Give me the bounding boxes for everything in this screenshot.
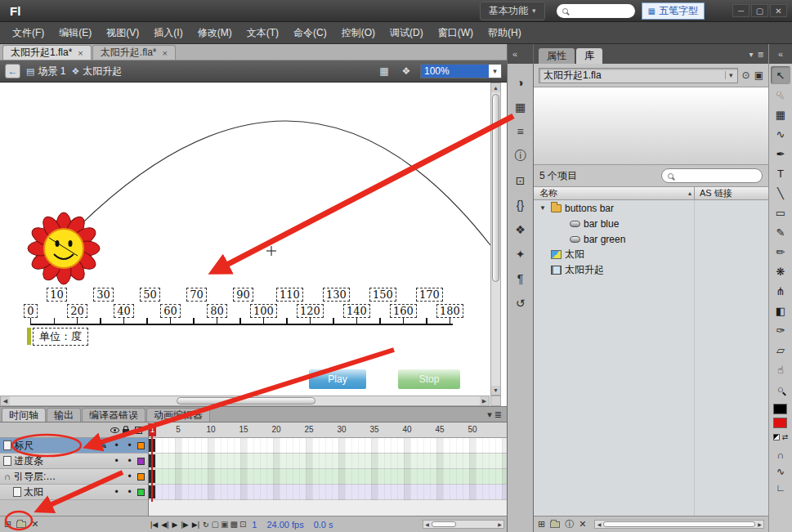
library-scroll-thumb[interactable]	[603, 521, 755, 527]
layer-visibility-dot[interactable]	[111, 471, 122, 482]
stage-vertical-scrollbar[interactable]: ▲ ▼	[490, 83, 501, 396]
components-panel-icon[interactable]: ❖	[510, 220, 531, 239]
layer-outline-color[interactable]	[137, 442, 145, 449]
horizontal-scroll-thumb[interactable]	[177, 397, 315, 405]
pen-tool[interactable]: ✒	[771, 145, 790, 163]
back-button[interactable]	[5, 64, 20, 78]
outline-all-icon[interactable]	[132, 427, 145, 434]
playhead[interactable]: 1	[149, 423, 156, 436]
brush-tool[interactable]: ✏	[771, 243, 790, 261]
edit-symbols-button[interactable]: ❖	[398, 64, 414, 78]
stage-canvas[interactable]: 1030507090110130150170 02040608010012014…	[0, 83, 507, 406]
panel-tab[interactable]: 库	[576, 48, 602, 64]
stage-stop-button[interactable]: Stop	[398, 369, 460, 389]
workspace-switcher-button[interactable]: 基本功能	[480, 2, 545, 20]
history-panel-icon[interactable]: ↺	[510, 293, 531, 313]
frame-panel[interactable]: 5101520253035404550 1	[149, 422, 507, 516]
expand-panels-icon[interactable]: «	[512, 49, 517, 59]
layer-visibility-dot[interactable]	[111, 440, 122, 451]
library-document-select[interactable]: 太阳升起1.fla	[539, 68, 738, 83]
timeline-scroll-thumb[interactable]	[432, 521, 456, 527]
step-forward-button[interactable]: |▶	[179, 521, 190, 529]
onion-skin-icon[interactable]: ▢	[211, 520, 220, 529]
menu-item[interactable]: 视图(V)	[99, 23, 146, 43]
swap-colors-icon[interactable]: ⇄	[782, 433, 789, 441]
scroll-left-icon[interactable]: ◀	[1, 396, 10, 405]
frame-ruler[interactable]: 5101520253035404550	[149, 422, 507, 438]
item-properties-button[interactable]: ⓘ	[565, 520, 574, 529]
layer-visibility-dot[interactable]	[111, 486, 122, 498]
menu-item[interactable]: 窗口(W)	[431, 23, 481, 43]
menu-item[interactable]: 文本(T)	[239, 23, 286, 43]
current-frame-value[interactable]: 1	[252, 520, 257, 530]
loop-button[interactable]: ↻	[201, 521, 211, 529]
lock-all-icon[interactable]	[120, 427, 132, 434]
timeline-tab[interactable]: 编译器错误	[82, 408, 145, 422]
layer-visibility-dot[interactable]	[111, 455, 122, 467]
layer-outline-color[interactable]	[137, 489, 145, 496]
go-to-first-frame-button[interactable]: |◀	[149, 521, 159, 529]
stage-play-button[interactable]: Play	[309, 369, 366, 389]
timeline-layer-row[interactable]: 引导层:…	[0, 469, 148, 485]
delete-layer-button[interactable]: ✕	[31, 520, 38, 529]
frame-rate-value[interactable]: 24.00 fps	[266, 520, 303, 530]
new-layer-button[interactable]: ⊞	[4, 520, 11, 529]
step-back-button[interactable]: ◀|	[159, 521, 170, 529]
hand-tool[interactable]: ☝	[771, 360, 790, 378]
library-item-row[interactable]: bar green	[534, 231, 768, 247]
scroll-down-icon[interactable]: ▼	[491, 386, 500, 395]
timeline-layer-row[interactable]: 太阳	[0, 485, 148, 500]
timeline-scrollbar[interactable]: ◀ ▶	[423, 520, 504, 529]
smooth-icon[interactable]: ∿	[776, 466, 785, 477]
onion-skin-outlines-icon[interactable]: ▣	[220, 520, 229, 529]
tab-close-icon[interactable]: ×	[78, 48, 83, 58]
bone-tool[interactable]: ⋔	[771, 282, 790, 300]
minimize-button[interactable]: ─	[732, 4, 749, 17]
document-tab[interactable]: 太阳升起1.fla* ×	[2, 45, 92, 60]
timeline-tab[interactable]: 输出	[47, 408, 81, 422]
motion-presets-panel-icon[interactable]: ✦	[510, 244, 531, 264]
zoom-value[interactable]: 100%	[421, 65, 489, 78]
collapse-tools-icon[interactable]: «	[778, 49, 783, 59]
straighten-icon[interactable]: ∟	[776, 482, 785, 494]
zoom-control[interactable]: 100%	[420, 64, 502, 78]
menu-item[interactable]: 帮助(H)	[481, 23, 529, 43]
timeline-layer-row[interactable]: 进度条	[0, 454, 148, 469]
timeline-tab[interactable]: 时间轴	[2, 408, 46, 422]
elapsed-time-value[interactable]: 0.0 s	[314, 520, 333, 530]
timeline-frame-row[interactable]	[149, 438, 507, 454]
paint-bucket-tool[interactable]: ◧	[771, 302, 790, 320]
new-folder-button[interactable]	[16, 521, 26, 528]
new-symbol-button[interactable]: ⊞	[538, 520, 545, 529]
eyedropper-tool[interactable]: ✑	[771, 321, 790, 339]
play-button[interactable]: ▶	[171, 521, 180, 529]
name-column-header[interactable]: 名称	[534, 187, 694, 199]
menu-item[interactable]: 插入(I)	[146, 23, 190, 43]
close-button[interactable]: ✕	[770, 4, 787, 17]
default-colors-icon[interactable]	[773, 434, 780, 440]
show-hide-all-icon[interactable]	[109, 427, 120, 433]
modify-markers-icon[interactable]: ⊡	[239, 520, 247, 529]
fill-color-chip[interactable]	[773, 418, 787, 428]
timeline-frame-row[interactable]	[149, 469, 507, 485]
layer-outline-color[interactable]	[137, 473, 145, 481]
vertical-scroll-thumb[interactable]	[492, 94, 499, 282]
library-horizontal-scrollbar[interactable]: ◀ ▶	[594, 520, 764, 529]
edit-multiple-frames-icon[interactable]: ▩	[229, 520, 238, 529]
library-item-row[interactable]: ▼ buttons bar	[534, 200, 768, 216]
transform-panel-icon[interactable]: ⊡	[510, 171, 531, 190]
menu-item[interactable]: 编辑(E)	[51, 23, 99, 43]
scroll-right-icon[interactable]: ▶	[480, 396, 489, 405]
scroll-left-icon[interactable]: ◀	[595, 521, 602, 528]
info-panel-icon[interactable]: ⓘ	[510, 146, 531, 166]
swatches-panel-icon[interactable]: ▦	[510, 97, 531, 117]
timeline-frame-row[interactable]	[149, 485, 507, 500]
snap-to-objects-icon[interactable]: ∩	[777, 449, 785, 461]
layer-lock-dot[interactable]	[124, 455, 135, 467]
new-library-panel-icon[interactable]: ▣	[754, 69, 763, 81]
disclosure-triangle-icon[interactable]: ▼	[539, 204, 548, 212]
document-tab[interactable]: 太阳升起.fla* ×	[92, 45, 176, 60]
layer-outline-color[interactable]	[137, 458, 145, 465]
help-search-input[interactable]	[557, 4, 635, 18]
breadcrumb-scene[interactable]: ▤ 场景 1	[26, 65, 65, 78]
